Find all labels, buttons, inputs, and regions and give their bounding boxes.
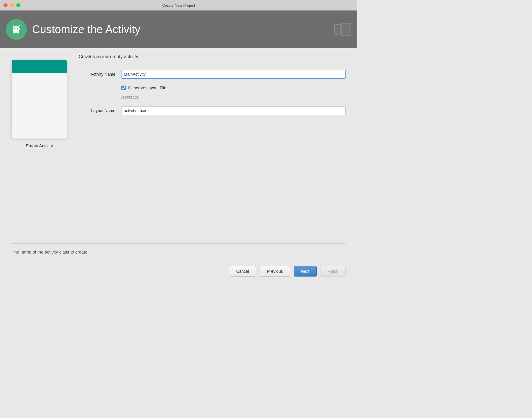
preview-panel: ← Empty Activity [12, 60, 67, 148]
minimize-button[interactable] [10, 3, 14, 7]
form-panel: Creates a new empty activity Activity Na… [79, 51, 346, 148]
svg-rect-10 [335, 26, 339, 33]
help-text: The name of the activity class to create [0, 249, 357, 254]
phone-toolbar: ← [12, 60, 67, 73]
main-window: Create New Project [0, 0, 357, 285]
svg-rect-7 [13, 30, 15, 33]
finish-button: Finish [320, 266, 346, 277]
svg-rect-8 [18, 30, 19, 33]
svg-point-14 [346, 34, 347, 35]
description-text: Creates a new empty activity [79, 54, 346, 59]
header-left: Customize the Activity [6, 19, 140, 40]
svg-point-2 [14, 28, 15, 29]
page-title: Customize the Activity [32, 23, 140, 36]
layout-name-input[interactable] [121, 106, 346, 115]
page-header: Customize the Activity [0, 10, 357, 48]
header-device-icons [334, 22, 351, 37]
activity-name-input[interactable] [121, 70, 346, 79]
back-arrow-icon: ← [15, 63, 21, 70]
main-area: ← Empty Activity Creates a new empty act… [0, 48, 357, 285]
generate-layout-row: Generate Layout File [121, 86, 346, 90]
cancel-button[interactable]: Cancel [229, 266, 256, 277]
maximize-button[interactable] [16, 3, 20, 7]
android-logo [6, 19, 27, 40]
device-icons [334, 22, 351, 37]
activity-name-label: Activity Name: [79, 72, 117, 77]
title-bar: Create New Project [0, 0, 357, 10]
svg-rect-13 [342, 24, 350, 34]
layout-name-label: Layout Name: [79, 108, 117, 113]
next-button[interactable]: Next [294, 266, 317, 277]
footer: Cancel Previous Next Finish [0, 260, 357, 285]
divider [12, 243, 346, 244]
generate-layout-label: Generate Layout File [128, 86, 166, 90]
window-title: Create New Project [162, 3, 195, 8]
activity-name-row: Activity Name: [79, 70, 346, 79]
generate-layout-checkbox[interactable] [121, 86, 126, 90]
layout-name-row: Layout Name: [79, 106, 346, 115]
android-studio-icon [10, 23, 23, 36]
previous-button[interactable]: Previous [260, 266, 290, 277]
watermark-text: JSOFTJ.COM [121, 96, 346, 99]
svg-point-11 [337, 33, 338, 34]
close-button[interactable] [3, 3, 8, 7]
preview-label: Empty Activity [26, 143, 53, 148]
svg-point-3 [17, 28, 18, 29]
phone-preview: ← [12, 60, 67, 139]
window-controls [3, 3, 20, 7]
phone-content [12, 73, 67, 139]
content-area: ← Empty Activity Creates a new empty act… [0, 48, 357, 148]
